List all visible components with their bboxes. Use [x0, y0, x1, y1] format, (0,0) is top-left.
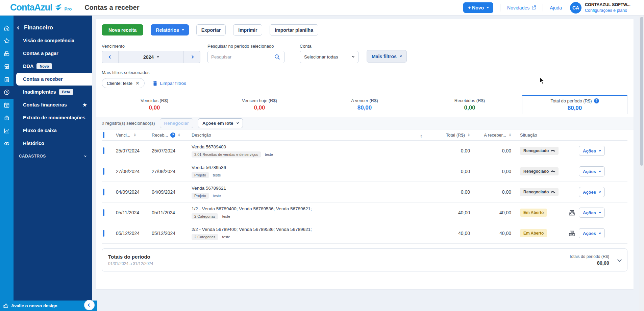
next-period-button[interactable] [184, 51, 200, 63]
sidebar-item-inadimplentes[interactable]: Inadimplentes Beta [14, 86, 92, 98]
chevron-down-icon [599, 190, 601, 193]
acoes-button[interactable]: Ações [579, 228, 605, 238]
rate-design-bar[interactable]: Avalie o nosso design [0, 301, 97, 311]
summary-card-vencidos[interactable]: Vencidos (R$) 0,00 [102, 95, 207, 114]
scrollbar-thumb[interactable] [640, 17, 643, 166]
sort-total-icon[interactable]: ▲▼ [468, 133, 470, 137]
row-a-receber-value: 40,00 [499, 210, 511, 215]
sidebar-back-financeiro[interactable]: Financeiro [14, 21, 92, 34]
sidebar-panel: Financeiro Visão de competência Contas a… [14, 16, 92, 301]
chevron-down-icon [599, 149, 601, 151]
chevron-down-icon [400, 55, 402, 57]
sort-descricao-icon[interactable]: ▲▼ [420, 134, 422, 138]
sidebar-item-contas-a-receber[interactable]: Contas a receber [16, 73, 92, 86]
row-checkbox[interactable] [103, 147, 104, 154]
acoes-button[interactable]: Ações [579, 208, 605, 218]
help-icon[interactable]: ? [594, 98, 599, 103]
conta-select[interactable]: Selecionar todas [300, 51, 358, 63]
rail-stock-box-icon[interactable] [0, 112, 14, 124]
search-button[interactable] [270, 51, 284, 63]
sidebar-item-contas-a-pagar[interactable]: Contas a pagar [14, 47, 92, 60]
rail-cash-register-icon[interactable] [0, 47, 14, 60]
summary-label: A vencer (R$) [351, 98, 378, 103]
row-tags: 2 Categorias teste [192, 234, 312, 240]
limpar-filtros-link[interactable]: Limpar filtros [153, 81, 186, 86]
row-description: Venda 56789621 Projeto teste [192, 186, 226, 199]
relatorios-label: Relatórios [156, 27, 179, 33]
summary-card-total-periodo[interactable]: Total do período (R$) ? 80,00 [522, 95, 627, 114]
exportar-button[interactable]: Exportar [196, 24, 226, 35]
sidebar-item-dda[interactable]: DDA Novo [14, 60, 92, 73]
row-checkbox[interactable] [103, 230, 104, 237]
sort-vencimento-icon[interactable]: ▲▼ [134, 133, 136, 137]
acoes-em-lote-button[interactable]: Ações em lote [198, 118, 243, 128]
rail-home-icon[interactable] [0, 22, 14, 34]
row-description-title[interactable]: Venda 56789400 [192, 144, 273, 149]
acoes-button[interactable]: Ações [579, 146, 605, 156]
row-description-title[interactable]: Venda 56789621 [192, 186, 226, 191]
help-icon[interactable]: ? [170, 133, 175, 138]
importar-planilha-button[interactable]: Importar planilha [270, 24, 318, 35]
conta-filter: Conta Selecionar todas [300, 44, 358, 63]
boleto-envelope-icon[interactable] [569, 230, 575, 237]
avatar[interactable]: CA [570, 2, 581, 14]
relatorios-button[interactable]: Relatórios [151, 24, 189, 35]
column-vencimento: Venci... [116, 133, 130, 138]
row-description-title[interactable]: Venda 56789536 [192, 165, 226, 170]
rail-favorites-icon[interactable] [0, 34, 14, 47]
novidades-link[interactable]: Novidades [507, 5, 536, 10]
rail-clipboard-icon[interactable] [0, 73, 14, 86]
expand-totals-button[interactable] [618, 257, 621, 263]
sort-recebimento-icon[interactable]: ▲▼ [178, 133, 180, 137]
boleto-envelope-icon[interactable] [569, 210, 575, 216]
sidebar-section-cadastros[interactable]: CADASTROS [14, 150, 92, 163]
imprimir-button[interactable]: Imprimir [233, 24, 262, 35]
sidebar-item-contas-financeiras[interactable]: Contas financeiras ★ [14, 98, 92, 111]
mais-filtros-button[interactable]: Mais filtros [367, 50, 407, 63]
sort-a-receber-icon[interactable]: ▲▼ [509, 133, 511, 137]
contaazul-logo[interactable]: ContaAzul Pro [10, 3, 72, 12]
remove-chip-icon[interactable]: ✕ [135, 81, 140, 86]
previous-period-button[interactable] [102, 51, 118, 63]
divider [543, 4, 543, 11]
row-a-receber-value: 0,00 [502, 189, 511, 195]
sidebar-item-visao-de-competencia[interactable]: Visão de competência [14, 34, 92, 47]
row-description-title[interactable]: 2/2 - Venda 56789400; Venda 56789536; Ve… [192, 227, 312, 232]
rail-chart-icon[interactable] [0, 124, 14, 137]
column-recebimento: Receb... [152, 133, 168, 138]
row-checkbox[interactable] [103, 209, 104, 216]
rail-calendar-money-icon[interactable]: $ [0, 99, 14, 112]
sidebar-item-historico[interactable]: Histórico [14, 137, 92, 150]
select-all-checkbox[interactable] [103, 132, 104, 138]
account-settings-link[interactable]: Configurações e plano [585, 8, 630, 14]
summary-card-a-vencer[interactable]: A vencer (R$) 80,00 [312, 95, 417, 114]
status-badge: Renegociado [520, 147, 559, 155]
rail-integrations-link-icon[interactable] [0, 137, 14, 150]
conta-label: Conta [300, 44, 358, 49]
table-row: 27/08/2024 27/08/2024 Venda 56789536 Pro… [102, 161, 627, 182]
acoes-button[interactable]: Ações [579, 187, 605, 197]
page-scrollbar[interactable] [639, 16, 644, 311]
row-checkbox[interactable] [103, 168, 104, 175]
rail-financeiro-icon[interactable]: $ [0, 86, 14, 99]
sidebar-item-extrato-de-movimentacoes[interactable]: Extrato de movimentações [14, 111, 92, 124]
row-total-value: 0,00 [461, 189, 470, 195]
year-selector[interactable]: 2024 [118, 51, 184, 63]
rail-store-icon[interactable] [0, 60, 14, 73]
acoes-button-label: Ações [583, 210, 596, 215]
column-descricao: Descrição [192, 133, 211, 138]
ajuda-link[interactable]: Ajuda [550, 5, 562, 10]
sidebar-item-fluxo-de-caixa[interactable]: Fluxo de caixa [14, 124, 92, 137]
nova-receita-button[interactable]: Nova receita [102, 24, 143, 35]
summary-card-recebidos[interactable]: Recebidos (R$) 0,00 [417, 95, 522, 114]
novo-button[interactable]: + Novo [463, 2, 493, 13]
acoes-button[interactable]: Ações [579, 166, 605, 176]
renegociar-button[interactable]: Renegociar [160, 118, 194, 128]
filter-chip-cliente-teste[interactable]: Cliente: teste ✕ [102, 78, 145, 88]
search-input[interactable] [208, 51, 270, 63]
summary-card-vencem-hoje[interactable]: Vencem hoje (R$) 0,00 [207, 95, 312, 114]
row-description-title[interactable]: 1/2 - Venda 56789400; Venda 56789536; Ve… [192, 206, 312, 211]
collapse-sidebar-button[interactable] [84, 300, 95, 310]
row-checkbox[interactable] [103, 189, 104, 195]
app-root: ContaAzul Pro Contas a receber + Novo No… [0, 0, 644, 311]
